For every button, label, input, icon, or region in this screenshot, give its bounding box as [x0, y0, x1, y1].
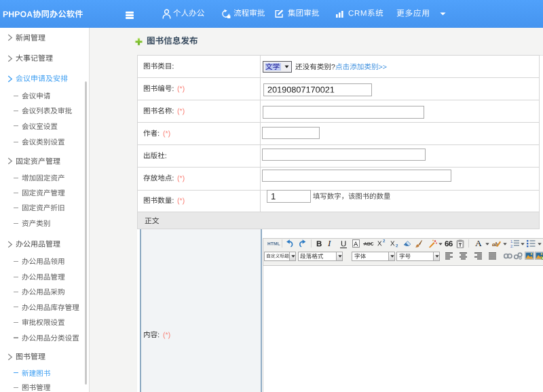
svg-text:A: A — [475, 238, 482, 248]
svg-text:2.: 2. — [510, 244, 514, 248]
svg-text:1.: 1. — [510, 239, 514, 243]
svg-text:I: I — [327, 238, 331, 248]
